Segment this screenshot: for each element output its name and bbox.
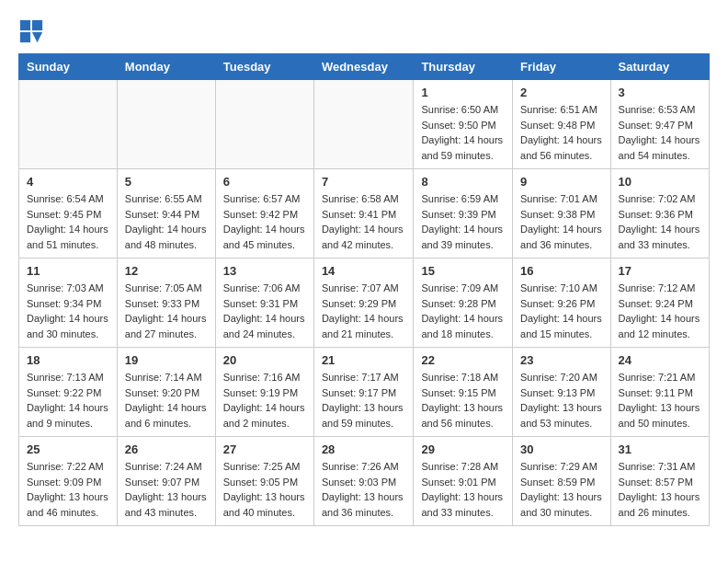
day-info: Sunrise: 7:21 AMSunset: 9:11 PMDaylight:… bbox=[619, 370, 701, 431]
day-info: Sunrise: 7:05 AMSunset: 9:33 PMDaylight:… bbox=[125, 281, 208, 341]
logo-icon bbox=[18, 18, 44, 44]
day-info: Sunrise: 7:20 AMSunset: 9:13 PMDaylight:… bbox=[520, 370, 603, 431]
day-info: Sunrise: 7:28 AMSunset: 9:01 PMDaylight:… bbox=[421, 459, 505, 520]
day-of-week-header: Tuesday bbox=[215, 54, 313, 80]
calendar-day-cell: 22Sunrise: 7:18 AMSunset: 9:15 PMDayligh… bbox=[414, 348, 513, 437]
day-info: Sunrise: 7:01 AMSunset: 9:38 PMDaylight:… bbox=[520, 191, 603, 252]
calendar-day-cell: 20Sunrise: 7:16 AMSunset: 9:19 PMDayligh… bbox=[215, 348, 313, 437]
calendar-day-cell: 4Sunrise: 6:54 AMSunset: 9:45 PMDaylight… bbox=[19, 169, 118, 259]
svg-rect-0 bbox=[20, 20, 30, 30]
day-info: Sunrise: 6:55 AMSunset: 9:44 PMDaylight:… bbox=[125, 191, 208, 252]
calendar-day-cell: 25Sunrise: 7:22 AMSunset: 9:09 PMDayligh… bbox=[19, 437, 118, 526]
calendar-day-cell: 6Sunrise: 6:57 AMSunset: 9:42 PMDaylight… bbox=[215, 169, 313, 259]
day-number: 22 bbox=[421, 353, 505, 367]
day-info: Sunrise: 7:22 AMSunset: 9:09 PMDaylight:… bbox=[27, 459, 109, 520]
calendar-day-cell: 8Sunrise: 6:59 AMSunset: 9:39 PMDaylight… bbox=[414, 169, 513, 259]
calendar-day-cell bbox=[215, 80, 313, 169]
calendar-day-cell: 24Sunrise: 7:21 AMSunset: 9:11 PMDayligh… bbox=[610, 348, 709, 437]
day-number: 15 bbox=[421, 264, 505, 278]
day-number: 28 bbox=[322, 442, 406, 456]
day-info: Sunrise: 7:24 AMSunset: 9:07 PMDaylight:… bbox=[125, 459, 208, 520]
day-number: 13 bbox=[223, 264, 306, 278]
page-header bbox=[18, 18, 710, 44]
svg-marker-3 bbox=[32, 32, 42, 42]
calendar-week-row: 11Sunrise: 7:03 AMSunset: 9:34 PMDayligh… bbox=[19, 259, 710, 348]
day-info: Sunrise: 6:53 AMSunset: 9:47 PMDaylight:… bbox=[619, 102, 701, 163]
calendar-day-cell: 12Sunrise: 7:05 AMSunset: 9:33 PMDayligh… bbox=[117, 259, 215, 348]
day-info: Sunrise: 6:58 AMSunset: 9:41 PMDaylight:… bbox=[322, 191, 406, 252]
calendar-day-cell: 31Sunrise: 7:31 AMSunset: 8:57 PMDayligh… bbox=[610, 437, 709, 526]
day-number: 19 bbox=[125, 353, 208, 367]
day-info: Sunrise: 7:03 AMSunset: 9:34 PMDaylight:… bbox=[27, 281, 109, 341]
calendar-day-cell: 29Sunrise: 7:28 AMSunset: 9:01 PMDayligh… bbox=[414, 437, 513, 526]
calendar-header-row: SundayMondayTuesdayWednesdayThursdayFrid… bbox=[19, 54, 710, 80]
calendar-day-cell: 21Sunrise: 7:17 AMSunset: 9:17 PMDayligh… bbox=[313, 348, 414, 437]
day-info: Sunrise: 6:54 AMSunset: 9:45 PMDaylight:… bbox=[27, 191, 109, 252]
day-info: Sunrise: 7:26 AMSunset: 9:03 PMDaylight:… bbox=[322, 459, 406, 520]
day-number: 5 bbox=[125, 175, 208, 189]
day-number: 24 bbox=[619, 353, 701, 367]
calendar-day-cell: 10Sunrise: 7:02 AMSunset: 9:36 PMDayligh… bbox=[610, 169, 709, 259]
calendar-day-cell: 9Sunrise: 7:01 AMSunset: 9:38 PMDaylight… bbox=[513, 169, 611, 259]
day-number: 27 bbox=[223, 442, 306, 456]
day-info: Sunrise: 7:02 AMSunset: 9:36 PMDaylight:… bbox=[619, 191, 701, 252]
day-info: Sunrise: 7:31 AMSunset: 8:57 PMDaylight:… bbox=[619, 459, 701, 520]
calendar-day-cell: 16Sunrise: 7:10 AMSunset: 9:26 PMDayligh… bbox=[513, 259, 611, 348]
day-number: 6 bbox=[223, 175, 306, 189]
day-number: 20 bbox=[223, 353, 306, 367]
day-number: 30 bbox=[520, 442, 603, 456]
day-info: Sunrise: 6:57 AMSunset: 9:42 PMDaylight:… bbox=[223, 191, 306, 252]
calendar-week-row: 25Sunrise: 7:22 AMSunset: 9:09 PMDayligh… bbox=[19, 437, 710, 526]
day-of-week-header: Thursday bbox=[414, 54, 513, 80]
day-info: Sunrise: 7:14 AMSunset: 9:20 PMDaylight:… bbox=[125, 370, 208, 431]
calendar-day-cell: 30Sunrise: 7:29 AMSunset: 8:59 PMDayligh… bbox=[513, 437, 611, 526]
calendar-day-cell: 11Sunrise: 7:03 AMSunset: 9:34 PMDayligh… bbox=[19, 259, 118, 348]
day-of-week-header: Friday bbox=[513, 54, 611, 80]
calendar-day-cell: 1Sunrise: 6:50 AMSunset: 9:50 PMDaylight… bbox=[414, 80, 513, 169]
day-info: Sunrise: 7:17 AMSunset: 9:17 PMDaylight:… bbox=[322, 370, 406, 431]
day-number: 1 bbox=[421, 86, 505, 99]
day-info: Sunrise: 6:50 AMSunset: 9:50 PMDaylight:… bbox=[421, 102, 505, 163]
calendar-day-cell: 7Sunrise: 6:58 AMSunset: 9:41 PMDaylight… bbox=[313, 169, 414, 259]
day-number: 21 bbox=[322, 353, 406, 367]
calendar-week-row: 1Sunrise: 6:50 AMSunset: 9:50 PMDaylight… bbox=[19, 80, 710, 169]
day-info: Sunrise: 7:09 AMSunset: 9:28 PMDaylight:… bbox=[421, 281, 505, 341]
day-of-week-header: Saturday bbox=[610, 54, 709, 80]
day-number: 12 bbox=[125, 264, 208, 278]
day-info: Sunrise: 7:07 AMSunset: 9:29 PMDaylight:… bbox=[322, 281, 406, 341]
day-number: 31 bbox=[619, 442, 701, 456]
day-number: 11 bbox=[27, 264, 109, 278]
day-of-week-header: Sunday bbox=[19, 54, 118, 80]
calendar-day-cell bbox=[117, 80, 215, 169]
calendar-day-cell bbox=[19, 80, 118, 169]
calendar-day-cell: 14Sunrise: 7:07 AMSunset: 9:29 PMDayligh… bbox=[313, 259, 414, 348]
calendar-day-cell: 15Sunrise: 7:09 AMSunset: 9:28 PMDayligh… bbox=[414, 259, 513, 348]
day-of-week-header: Monday bbox=[117, 54, 215, 80]
calendar-day-cell: 28Sunrise: 7:26 AMSunset: 9:03 PMDayligh… bbox=[313, 437, 414, 526]
day-number: 16 bbox=[520, 264, 603, 278]
logo bbox=[18, 18, 48, 44]
day-number: 14 bbox=[322, 264, 406, 278]
day-number: 9 bbox=[520, 175, 603, 189]
day-info: Sunrise: 7:29 AMSunset: 8:59 PMDaylight:… bbox=[520, 459, 603, 520]
day-info: Sunrise: 7:06 AMSunset: 9:31 PMDaylight:… bbox=[223, 281, 306, 341]
day-number: 26 bbox=[125, 442, 208, 456]
calendar-day-cell: 26Sunrise: 7:24 AMSunset: 9:07 PMDayligh… bbox=[117, 437, 215, 526]
day-info: Sunrise: 6:59 AMSunset: 9:39 PMDaylight:… bbox=[421, 191, 505, 252]
calendar-day-cell bbox=[313, 80, 414, 169]
day-number: 25 bbox=[27, 442, 109, 456]
svg-rect-1 bbox=[32, 20, 42, 30]
calendar-day-cell: 27Sunrise: 7:25 AMSunset: 9:05 PMDayligh… bbox=[215, 437, 313, 526]
calendar-week-row: 4Sunrise: 6:54 AMSunset: 9:45 PMDaylight… bbox=[19, 169, 710, 259]
day-info: Sunrise: 6:51 AMSunset: 9:48 PMDaylight:… bbox=[520, 102, 603, 163]
day-info: Sunrise: 7:16 AMSunset: 9:19 PMDaylight:… bbox=[223, 370, 306, 431]
day-number: 2 bbox=[520, 86, 603, 99]
day-number: 4 bbox=[27, 175, 109, 189]
calendar-day-cell: 23Sunrise: 7:20 AMSunset: 9:13 PMDayligh… bbox=[513, 348, 611, 437]
day-of-week-header: Wednesday bbox=[313, 54, 414, 80]
day-number: 3 bbox=[619, 86, 701, 99]
day-number: 10 bbox=[619, 175, 701, 189]
calendar-day-cell: 13Sunrise: 7:06 AMSunset: 9:31 PMDayligh… bbox=[215, 259, 313, 348]
day-number: 7 bbox=[322, 175, 406, 189]
calendar-day-cell: 3Sunrise: 6:53 AMSunset: 9:47 PMDaylight… bbox=[610, 80, 709, 169]
